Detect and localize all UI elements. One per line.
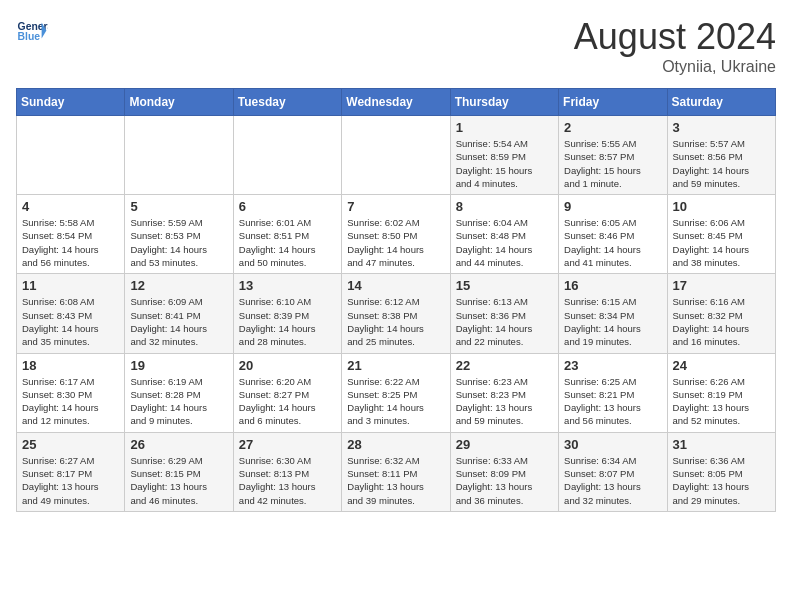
month-year: August 2024 — [574, 16, 776, 58]
day-number: 9 — [564, 199, 661, 214]
header-cell-saturday: Saturday — [667, 89, 775, 116]
day-number: 26 — [130, 437, 227, 452]
day-number: 27 — [239, 437, 336, 452]
day-number: 21 — [347, 358, 444, 373]
day-cell-2 — [233, 116, 341, 195]
week-row-2: 4Sunrise: 5:58 AM Sunset: 8:54 PM Daylig… — [17, 195, 776, 274]
day-info: Sunrise: 6:33 AM Sunset: 8:09 PM Dayligh… — [456, 454, 553, 507]
day-number: 12 — [130, 278, 227, 293]
day-info: Sunrise: 6:19 AM Sunset: 8:28 PM Dayligh… — [130, 375, 227, 428]
day-cell-5: 2Sunrise: 5:55 AM Sunset: 8:57 PM Daylig… — [559, 116, 667, 195]
day-info: Sunrise: 6:22 AM Sunset: 8:25 PM Dayligh… — [347, 375, 444, 428]
day-info: Sunrise: 6:05 AM Sunset: 8:46 PM Dayligh… — [564, 216, 661, 269]
week-row-5: 25Sunrise: 6:27 AM Sunset: 8:17 PM Dayli… — [17, 432, 776, 511]
day-info: Sunrise: 6:29 AM Sunset: 8:15 PM Dayligh… — [130, 454, 227, 507]
day-number: 1 — [456, 120, 553, 135]
title-block: August 2024 Otyniia, Ukraine — [574, 16, 776, 76]
day-cell-3 — [342, 116, 450, 195]
day-number: 31 — [673, 437, 770, 452]
day-number: 3 — [673, 120, 770, 135]
day-cell-1 — [125, 116, 233, 195]
week-row-1: 1Sunrise: 5:54 AM Sunset: 8:59 PM Daylig… — [17, 116, 776, 195]
day-info: Sunrise: 6:04 AM Sunset: 8:48 PM Dayligh… — [456, 216, 553, 269]
day-number: 29 — [456, 437, 553, 452]
day-cell-13: 10Sunrise: 6:06 AM Sunset: 8:45 PM Dayli… — [667, 195, 775, 274]
day-number: 2 — [564, 120, 661, 135]
location: Otyniia, Ukraine — [574, 58, 776, 76]
day-cell-32: 29Sunrise: 6:33 AM Sunset: 8:09 PM Dayli… — [450, 432, 558, 511]
day-number: 5 — [130, 199, 227, 214]
day-cell-22: 19Sunrise: 6:19 AM Sunset: 8:28 PM Dayli… — [125, 353, 233, 432]
day-cell-20: 17Sunrise: 6:16 AM Sunset: 8:32 PM Dayli… — [667, 274, 775, 353]
day-info: Sunrise: 6:12 AM Sunset: 8:38 PM Dayligh… — [347, 295, 444, 348]
header-cell-friday: Friday — [559, 89, 667, 116]
day-info: Sunrise: 6:17 AM Sunset: 8:30 PM Dayligh… — [22, 375, 119, 428]
day-number: 10 — [673, 199, 770, 214]
day-info: Sunrise: 6:15 AM Sunset: 8:34 PM Dayligh… — [564, 295, 661, 348]
day-info: Sunrise: 6:23 AM Sunset: 8:23 PM Dayligh… — [456, 375, 553, 428]
day-cell-29: 26Sunrise: 6:29 AM Sunset: 8:15 PM Dayli… — [125, 432, 233, 511]
day-cell-9: 6Sunrise: 6:01 AM Sunset: 8:51 PM Daylig… — [233, 195, 341, 274]
day-cell-24: 21Sunrise: 6:22 AM Sunset: 8:25 PM Dayli… — [342, 353, 450, 432]
day-info: Sunrise: 6:06 AM Sunset: 8:45 PM Dayligh… — [673, 216, 770, 269]
day-cell-27: 24Sunrise: 6:26 AM Sunset: 8:19 PM Dayli… — [667, 353, 775, 432]
day-cell-11: 8Sunrise: 6:04 AM Sunset: 8:48 PM Daylig… — [450, 195, 558, 274]
calendar-table: SundayMondayTuesdayWednesdayThursdayFrid… — [16, 88, 776, 512]
day-number: 8 — [456, 199, 553, 214]
day-cell-14: 11Sunrise: 6:08 AM Sunset: 8:43 PM Dayli… — [17, 274, 125, 353]
day-cell-34: 31Sunrise: 6:36 AM Sunset: 8:05 PM Dayli… — [667, 432, 775, 511]
day-cell-33: 30Sunrise: 6:34 AM Sunset: 8:07 PM Dayli… — [559, 432, 667, 511]
calendar-body: 1Sunrise: 5:54 AM Sunset: 8:59 PM Daylig… — [17, 116, 776, 512]
day-info: Sunrise: 5:54 AM Sunset: 8:59 PM Dayligh… — [456, 137, 553, 190]
day-cell-18: 15Sunrise: 6:13 AM Sunset: 8:36 PM Dayli… — [450, 274, 558, 353]
day-cell-28: 25Sunrise: 6:27 AM Sunset: 8:17 PM Dayli… — [17, 432, 125, 511]
day-info: Sunrise: 6:08 AM Sunset: 8:43 PM Dayligh… — [22, 295, 119, 348]
day-info: Sunrise: 5:55 AM Sunset: 8:57 PM Dayligh… — [564, 137, 661, 190]
day-cell-26: 23Sunrise: 6:25 AM Sunset: 8:21 PM Dayli… — [559, 353, 667, 432]
day-info: Sunrise: 5:58 AM Sunset: 8:54 PM Dayligh… — [22, 216, 119, 269]
day-cell-30: 27Sunrise: 6:30 AM Sunset: 8:13 PM Dayli… — [233, 432, 341, 511]
day-info: Sunrise: 6:16 AM Sunset: 8:32 PM Dayligh… — [673, 295, 770, 348]
day-info: Sunrise: 6:26 AM Sunset: 8:19 PM Dayligh… — [673, 375, 770, 428]
day-number: 15 — [456, 278, 553, 293]
week-row-4: 18Sunrise: 6:17 AM Sunset: 8:30 PM Dayli… — [17, 353, 776, 432]
day-info: Sunrise: 6:10 AM Sunset: 8:39 PM Dayligh… — [239, 295, 336, 348]
day-cell-17: 14Sunrise: 6:12 AM Sunset: 8:38 PM Dayli… — [342, 274, 450, 353]
day-number: 4 — [22, 199, 119, 214]
day-cell-31: 28Sunrise: 6:32 AM Sunset: 8:11 PM Dayli… — [342, 432, 450, 511]
day-number: 22 — [456, 358, 553, 373]
day-cell-7: 4Sunrise: 5:58 AM Sunset: 8:54 PM Daylig… — [17, 195, 125, 274]
header-cell-monday: Monday — [125, 89, 233, 116]
day-info: Sunrise: 5:59 AM Sunset: 8:53 PM Dayligh… — [130, 216, 227, 269]
day-number: 18 — [22, 358, 119, 373]
day-number: 13 — [239, 278, 336, 293]
day-cell-16: 13Sunrise: 6:10 AM Sunset: 8:39 PM Dayli… — [233, 274, 341, 353]
day-cell-6: 3Sunrise: 5:57 AM Sunset: 8:56 PM Daylig… — [667, 116, 775, 195]
header-cell-wednesday: Wednesday — [342, 89, 450, 116]
day-cell-0 — [17, 116, 125, 195]
logo: General Blue — [16, 16, 48, 48]
day-number: 28 — [347, 437, 444, 452]
day-info: Sunrise: 6:25 AM Sunset: 8:21 PM Dayligh… — [564, 375, 661, 428]
day-number: 11 — [22, 278, 119, 293]
header-cell-sunday: Sunday — [17, 89, 125, 116]
day-cell-21: 18Sunrise: 6:17 AM Sunset: 8:30 PM Dayli… — [17, 353, 125, 432]
week-row-3: 11Sunrise: 6:08 AM Sunset: 8:43 PM Dayli… — [17, 274, 776, 353]
day-cell-15: 12Sunrise: 6:09 AM Sunset: 8:41 PM Dayli… — [125, 274, 233, 353]
header-cell-thursday: Thursday — [450, 89, 558, 116]
day-cell-8: 5Sunrise: 5:59 AM Sunset: 8:53 PM Daylig… — [125, 195, 233, 274]
day-number: 25 — [22, 437, 119, 452]
day-info: Sunrise: 6:27 AM Sunset: 8:17 PM Dayligh… — [22, 454, 119, 507]
day-info: Sunrise: 6:13 AM Sunset: 8:36 PM Dayligh… — [456, 295, 553, 348]
day-cell-12: 9Sunrise: 6:05 AM Sunset: 8:46 PM Daylig… — [559, 195, 667, 274]
day-info: Sunrise: 6:20 AM Sunset: 8:27 PM Dayligh… — [239, 375, 336, 428]
day-info: Sunrise: 6:09 AM Sunset: 8:41 PM Dayligh… — [130, 295, 227, 348]
calendar-header-row: SundayMondayTuesdayWednesdayThursdayFrid… — [17, 89, 776, 116]
day-info: Sunrise: 6:34 AM Sunset: 8:07 PM Dayligh… — [564, 454, 661, 507]
day-number: 16 — [564, 278, 661, 293]
day-cell-4: 1Sunrise: 5:54 AM Sunset: 8:59 PM Daylig… — [450, 116, 558, 195]
day-number: 23 — [564, 358, 661, 373]
day-cell-10: 7Sunrise: 6:02 AM Sunset: 8:50 PM Daylig… — [342, 195, 450, 274]
day-number: 17 — [673, 278, 770, 293]
day-number: 24 — [673, 358, 770, 373]
